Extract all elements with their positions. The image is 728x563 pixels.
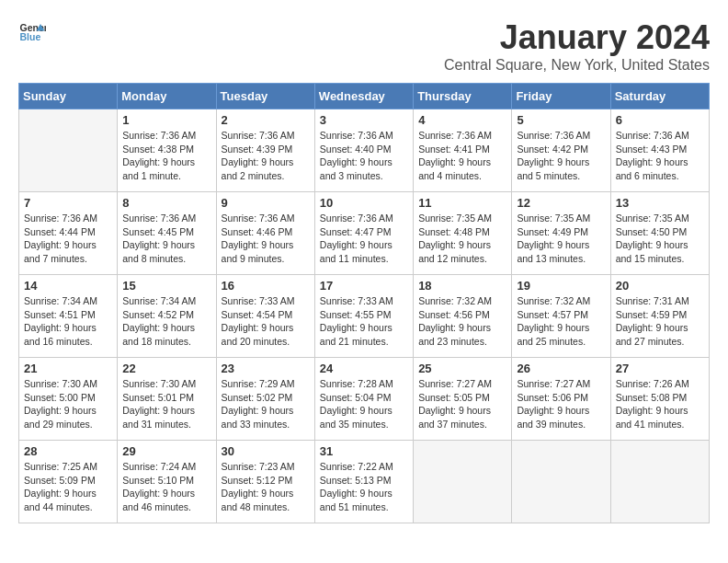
logo-icon: General Blue (18, 18, 46, 46)
day-number: 19 (517, 279, 605, 293)
days-header-row: SundayMondayTuesdayWednesdayThursdayFrid… (19, 84, 710, 109)
page-header: General Blue January 2024 Central Square… (18, 18, 710, 74)
calendar-cell: 17Sunrise: 7:33 AMSunset: 4:55 PMDayligh… (314, 275, 413, 358)
calendar-cell: 9Sunrise: 7:36 AMSunset: 4:46 PMDaylight… (216, 192, 314, 275)
day-number: 28 (24, 444, 112, 458)
calendar-cell: 31Sunrise: 7:22 AMSunset: 5:13 PMDayligh… (314, 441, 413, 523)
day-info: Sunrise: 7:31 AMSunset: 4:59 PMDaylight:… (616, 294, 704, 349)
calendar-cell: 27Sunrise: 7:26 AMSunset: 5:08 PMDayligh… (610, 358, 709, 441)
day-info: Sunrise: 7:35 AMSunset: 4:50 PMDaylight:… (616, 212, 704, 266)
day-number: 17 (320, 279, 408, 293)
day-number: 3 (320, 113, 408, 127)
day-info: Sunrise: 7:29 AMSunset: 5:02 PMDaylight:… (222, 377, 310, 431)
calendar-cell: 24Sunrise: 7:28 AMSunset: 5:04 PMDayligh… (314, 358, 413, 441)
calendar-cell (19, 109, 118, 192)
calendar-cell: 20Sunrise: 7:31 AMSunset: 4:59 PMDayligh… (610, 275, 709, 358)
day-info: Sunrise: 7:36 AMSunset: 4:45 PMDaylight:… (122, 212, 210, 266)
calendar-cell: 1Sunrise: 7:36 AMSunset: 4:38 PMDaylight… (118, 109, 216, 192)
day-number: 20 (616, 279, 704, 293)
week-row-4: 28Sunrise: 7:25 AMSunset: 5:09 PMDayligh… (19, 441, 710, 523)
day-number: 8 (122, 196, 210, 210)
day-header-thursday: Thursday (414, 84, 512, 109)
day-info: Sunrise: 7:36 AMSunset: 4:42 PMDaylight:… (517, 129, 605, 183)
day-number: 5 (517, 113, 605, 127)
day-info: Sunrise: 7:27 AMSunset: 5:06 PMDaylight:… (517, 377, 605, 431)
calendar-subtitle: Central Square, New York, United States (444, 57, 710, 74)
day-number: 14 (24, 279, 112, 293)
calendar-cell: 12Sunrise: 7:35 AMSunset: 4:49 PMDayligh… (512, 192, 610, 275)
calendar-cell: 30Sunrise: 7:23 AMSunset: 5:12 PMDayligh… (216, 441, 314, 523)
svg-text:Blue: Blue (20, 31, 41, 42)
day-info: Sunrise: 7:35 AMSunset: 4:49 PMDaylight:… (517, 212, 605, 266)
calendar-cell: 2Sunrise: 7:36 AMSunset: 4:39 PMDaylight… (216, 109, 314, 192)
week-row-1: 7Sunrise: 7:36 AMSunset: 4:44 PMDaylight… (19, 192, 710, 275)
calendar-cell: 21Sunrise: 7:30 AMSunset: 5:00 PMDayligh… (19, 358, 118, 441)
day-info: Sunrise: 7:22 AMSunset: 5:13 PMDaylight:… (320, 460, 408, 514)
day-number: 16 (222, 279, 310, 293)
day-number: 24 (320, 362, 408, 375)
day-info: Sunrise: 7:36 AMSunset: 4:46 PMDaylight:… (222, 212, 310, 266)
day-number: 1 (122, 113, 210, 127)
week-row-0: 1Sunrise: 7:36 AMSunset: 4:38 PMDaylight… (19, 109, 710, 192)
day-number: 7 (24, 196, 112, 210)
day-number: 2 (222, 113, 310, 127)
day-info: Sunrise: 7:24 AMSunset: 5:10 PMDaylight:… (122, 460, 210, 514)
day-info: Sunrise: 7:35 AMSunset: 4:48 PMDaylight:… (418, 212, 506, 266)
day-header-sunday: Sunday (19, 84, 118, 109)
calendar-cell: 16Sunrise: 7:33 AMSunset: 4:54 PMDayligh… (216, 275, 314, 358)
logo: General Blue (18, 18, 46, 46)
day-number: 10 (320, 196, 408, 210)
calendar-cell: 8Sunrise: 7:36 AMSunset: 4:45 PMDaylight… (118, 192, 216, 275)
day-number: 29 (122, 444, 210, 458)
day-number: 13 (616, 196, 704, 210)
day-header-saturday: Saturday (610, 84, 709, 109)
calendar-cell: 18Sunrise: 7:32 AMSunset: 4:56 PMDayligh… (414, 275, 512, 358)
calendar-cell: 4Sunrise: 7:36 AMSunset: 4:41 PMDaylight… (414, 109, 512, 192)
day-info: Sunrise: 7:33 AMSunset: 4:55 PMDaylight:… (320, 294, 408, 349)
day-info: Sunrise: 7:26 AMSunset: 5:08 PMDaylight:… (616, 377, 704, 431)
calendar-cell: 25Sunrise: 7:27 AMSunset: 5:05 PMDayligh… (414, 358, 512, 441)
day-header-friday: Friday (512, 84, 610, 109)
calendar-cell (610, 441, 709, 523)
calendar-cell: 28Sunrise: 7:25 AMSunset: 5:09 PMDayligh… (19, 441, 118, 523)
calendar-cell: 23Sunrise: 7:29 AMSunset: 5:02 PMDayligh… (216, 358, 314, 441)
day-number: 18 (418, 279, 506, 293)
calendar-cell: 11Sunrise: 7:35 AMSunset: 4:48 PMDayligh… (414, 192, 512, 275)
calendar-cell: 29Sunrise: 7:24 AMSunset: 5:10 PMDayligh… (118, 441, 216, 523)
calendar-cell: 13Sunrise: 7:35 AMSunset: 4:50 PMDayligh… (610, 192, 709, 275)
day-info: Sunrise: 7:33 AMSunset: 4:54 PMDaylight:… (222, 294, 310, 349)
calendar-cell: 22Sunrise: 7:30 AMSunset: 5:01 PMDayligh… (118, 358, 216, 441)
calendar-cell: 5Sunrise: 7:36 AMSunset: 4:42 PMDaylight… (512, 109, 610, 192)
day-number: 30 (222, 444, 310, 458)
day-number: 31 (320, 444, 408, 458)
day-info: Sunrise: 7:30 AMSunset: 5:00 PMDaylight:… (24, 377, 112, 431)
day-number: 21 (24, 362, 112, 375)
day-info: Sunrise: 7:36 AMSunset: 4:40 PMDaylight:… (320, 129, 408, 183)
calendar-cell: 6Sunrise: 7:36 AMSunset: 4:43 PMDaylight… (610, 109, 709, 192)
day-info: Sunrise: 7:36 AMSunset: 4:44 PMDaylight:… (24, 212, 112, 266)
day-info: Sunrise: 7:36 AMSunset: 4:38 PMDaylight:… (122, 129, 210, 183)
day-number: 23 (222, 362, 310, 375)
day-info: Sunrise: 7:32 AMSunset: 4:56 PMDaylight:… (418, 294, 506, 349)
day-header-monday: Monday (118, 84, 216, 109)
week-row-3: 21Sunrise: 7:30 AMSunset: 5:00 PMDayligh… (19, 358, 710, 441)
day-number: 12 (517, 196, 605, 210)
day-info: Sunrise: 7:28 AMSunset: 5:04 PMDaylight:… (320, 377, 408, 431)
day-number: 15 (122, 279, 210, 293)
day-number: 6 (616, 113, 704, 127)
day-number: 9 (222, 196, 310, 210)
calendar-cell (414, 441, 512, 523)
day-number: 22 (122, 362, 210, 375)
day-number: 4 (418, 113, 506, 127)
day-info: Sunrise: 7:32 AMSunset: 4:57 PMDaylight:… (517, 294, 605, 349)
day-info: Sunrise: 7:36 AMSunset: 4:39 PMDaylight:… (222, 129, 310, 183)
calendar-cell (512, 441, 610, 523)
calendar-cell: 14Sunrise: 7:34 AMSunset: 4:51 PMDayligh… (19, 275, 118, 358)
calendar-cell: 26Sunrise: 7:27 AMSunset: 5:06 PMDayligh… (512, 358, 610, 441)
day-info: Sunrise: 7:36 AMSunset: 4:41 PMDaylight:… (418, 129, 506, 183)
day-info: Sunrise: 7:25 AMSunset: 5:09 PMDaylight:… (24, 460, 112, 514)
day-number: 11 (418, 196, 506, 210)
day-number: 27 (616, 362, 704, 375)
day-info: Sunrise: 7:23 AMSunset: 5:12 PMDaylight:… (222, 460, 310, 514)
calendar-cell: 3Sunrise: 7:36 AMSunset: 4:40 PMDaylight… (314, 109, 413, 192)
